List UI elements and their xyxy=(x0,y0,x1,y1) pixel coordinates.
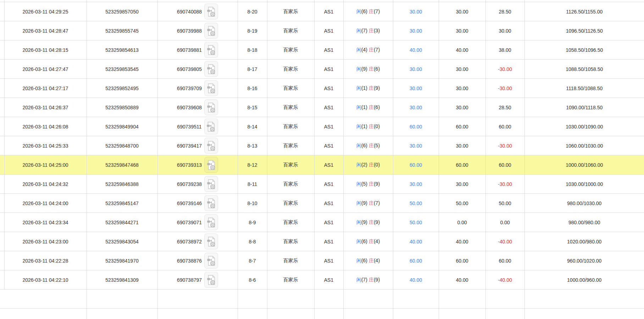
bet-amount-link[interactable]: 40.00 xyxy=(410,47,422,53)
game-type-cell: 百家乐 xyxy=(267,40,314,60)
video-replay-button[interactable] xyxy=(204,176,218,192)
bet-time-cell: 2026-03-11 04:29:25 xyxy=(4,2,87,21)
row-spacer-cell xyxy=(0,98,4,117)
video-replay-button[interactable] xyxy=(204,4,218,20)
round-number-cell: 8-6 xyxy=(238,270,267,290)
result-cell: 闲(4) 庄(7) xyxy=(343,40,393,60)
player-label: 闲 xyxy=(356,47,361,53)
win-loss-cell: 50.00 xyxy=(485,194,524,213)
video-replay-button[interactable] xyxy=(204,23,218,39)
result-cell: 闲(7) 庄(3) xyxy=(343,21,393,40)
round-number-cell: 8-19 xyxy=(238,21,267,40)
video-replay-button[interactable] xyxy=(204,42,218,58)
video-cell: 690738972 xyxy=(157,232,238,251)
order-id-cell: 523259845147 xyxy=(87,194,157,213)
win-loss-cell: -40.00 xyxy=(485,270,524,290)
result-cell: 闲(6) 庄(7) xyxy=(343,2,393,21)
row-spacer-cell xyxy=(0,117,4,136)
bet-amount-link[interactable]: 60.00 xyxy=(410,124,422,130)
order-id-cell: 523259847468 xyxy=(87,155,157,175)
video-replay-button[interactable] xyxy=(204,195,218,211)
video-replay-button[interactable] xyxy=(204,157,218,173)
round-number-cell: 8-13 xyxy=(238,136,267,155)
video-replay-button[interactable] xyxy=(204,233,218,249)
table-row: 2026-03-11 04:26:08 523259849904 6907395… xyxy=(0,117,644,136)
bet-amount-cell: 50.00 xyxy=(393,213,439,232)
round-number-cell: 8-14 xyxy=(238,117,267,136)
bet-amount-link[interactable]: 40.00 xyxy=(410,277,422,283)
bet-amount-link[interactable]: 40.00 xyxy=(410,239,422,244)
total-row: 总计 29 1190.00 1010.00 165.00 xyxy=(0,309,644,319)
row-spacer-cell xyxy=(0,213,4,232)
footer-balance-cell xyxy=(524,290,644,309)
valid-bet-cell: 40.00 xyxy=(439,232,485,251)
win-loss-cell: 60.00 xyxy=(485,251,524,270)
player-label: 闲 xyxy=(356,277,361,282)
game-type-cell: 百家乐 xyxy=(267,60,314,79)
bet-amount-link[interactable]: 30.00 xyxy=(410,66,422,72)
table-row: 2026-03-11 04:29:25 523259857050 6907400… xyxy=(0,2,644,21)
video-cell: 690740088 xyxy=(157,2,238,21)
bet-amount-link[interactable]: 50.00 xyxy=(410,200,422,206)
banker-score: (9) xyxy=(374,85,380,91)
video-replay-button[interactable] xyxy=(204,214,218,230)
video-cell: 690739511 xyxy=(157,117,238,136)
player-score: (6) xyxy=(361,9,367,14)
win-loss-cell: 60.00 xyxy=(485,117,524,136)
round-number-cell: 8-17 xyxy=(238,60,267,79)
video-replay-button[interactable] xyxy=(204,99,218,115)
result-cell: 闲(9) 庄(6) xyxy=(343,60,393,79)
video-id-label: 690738797 xyxy=(177,277,202,283)
round-number-cell: 8-15 xyxy=(238,98,267,117)
bet-amount-link[interactable]: 30.00 xyxy=(410,105,422,110)
player-label: 闲 xyxy=(356,238,361,244)
valid-bet-cell: 40.00 xyxy=(439,40,485,60)
bet-amount-link[interactable]: 30.00 xyxy=(410,28,422,34)
balance-cell: 1020.00/980.00 xyxy=(524,232,644,251)
order-id-cell: 523259844271 xyxy=(87,213,157,232)
table-code-cell: AS1 xyxy=(314,40,343,60)
video-replay-button[interactable] xyxy=(204,138,218,154)
video-id-label: 690738972 xyxy=(177,239,202,244)
table-row: 2026-03-11 04:25:00 523259847468 6907393… xyxy=(0,155,644,175)
bet-amount-link[interactable]: 60.00 xyxy=(410,162,422,168)
footer-empty-cell xyxy=(238,309,267,319)
round-number-cell: 8-11 xyxy=(238,175,267,194)
table-row: 2026-03-11 04:22:10 523259841309 6907387… xyxy=(0,270,644,290)
video-replay-button[interactable] xyxy=(204,80,218,96)
table-row: 2026-03-11 04:28:15 523259854613 6907398… xyxy=(0,40,644,60)
video-id-label: 690738876 xyxy=(177,258,202,264)
banker-score: (4) xyxy=(374,238,380,244)
table-code-cell: AS1 xyxy=(314,213,343,232)
bet-amount-link[interactable]: 30.00 xyxy=(410,181,422,187)
video-replay-button[interactable] xyxy=(204,61,218,77)
player-score: (7) xyxy=(361,277,367,282)
balance-cell: 1096.50/1126.50 xyxy=(524,21,644,40)
row-spacer-cell xyxy=(0,2,4,21)
bet-amount-link[interactable]: 30.00 xyxy=(410,9,422,15)
result-cell: 闲(6) 庄(4) xyxy=(343,232,393,251)
bet-amount-link[interactable]: 30.00 xyxy=(410,143,422,149)
video-id-label: 690739988 xyxy=(177,28,202,34)
bet-amount-link[interactable]: 50.00 xyxy=(410,220,422,225)
bet-time-cell: 2026-03-11 04:24:32 xyxy=(4,175,87,194)
video-cell: 690739881 xyxy=(157,40,238,60)
table-code-cell: AS1 xyxy=(314,60,343,79)
table-row: 2026-03-11 04:23:34 523259844271 6907390… xyxy=(0,213,644,232)
valid-bet-cell: 0.00 xyxy=(439,213,485,232)
order-id-cell: 523259841309 xyxy=(87,270,157,290)
win-loss-cell: -30.00 xyxy=(485,175,524,194)
video-replay-button[interactable] xyxy=(204,253,218,269)
win-loss-cell: 28.50 xyxy=(485,98,524,117)
result-cell: 闲(9) 庄(7) xyxy=(343,194,393,213)
valid-bet-cell: 50.00 xyxy=(439,194,485,213)
player-label: 闲 xyxy=(356,181,361,187)
bet-amount-link[interactable]: 60.00 xyxy=(410,258,422,264)
table-code-cell: AS1 xyxy=(314,79,343,98)
player-label: 闲 xyxy=(356,104,361,110)
video-replay-button[interactable] xyxy=(204,272,218,288)
bet-amount-link[interactable]: 30.00 xyxy=(410,86,422,91)
video-id-label: 690739146 xyxy=(177,200,202,206)
video-replay-button[interactable] xyxy=(204,119,218,134)
player-label: 闲 xyxy=(356,85,361,91)
